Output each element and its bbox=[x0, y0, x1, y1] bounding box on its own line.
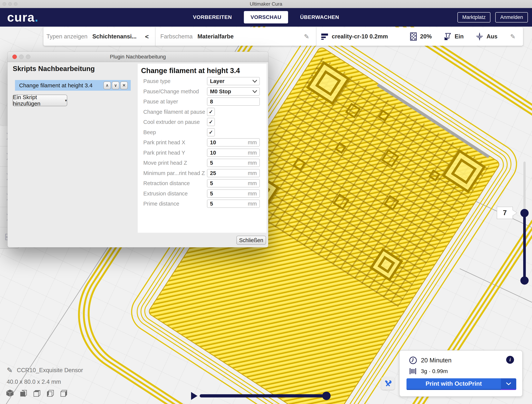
logo-dot: . bbox=[35, 10, 38, 24]
setting-value: 5 bbox=[210, 159, 213, 167]
setting-row: Pause typeLayer bbox=[138, 77, 266, 85]
setting-unit: mm bbox=[248, 169, 257, 177]
infill-value: 20% bbox=[420, 33, 432, 40]
setting-input[interactable]: 10mm bbox=[207, 149, 260, 157]
chevron-down-icon bbox=[506, 382, 511, 385]
view-toolbar: Typen anzeigen Schichtenansi... < Farbsc… bbox=[44, 27, 523, 46]
material-icon bbox=[409, 367, 417, 375]
move-script-down-button[interactable]: ∨ bbox=[112, 82, 119, 89]
setting-dropdown[interactable]: Layer bbox=[207, 77, 260, 85]
setting-input[interactable]: 5mm bbox=[207, 199, 260, 208]
setting-label: Retraction distance bbox=[143, 179, 190, 187]
qr-finder bbox=[306, 61, 350, 105]
play-icon[interactable] bbox=[191, 392, 197, 400]
layer-slider-track-upper[interactable] bbox=[523, 161, 526, 214]
edit-pencil-icon[interactable]: ✎ bbox=[304, 33, 310, 40]
view-front-icon[interactable] bbox=[19, 389, 28, 397]
move-script-up-button[interactable]: ∧ bbox=[103, 82, 111, 89]
check-icon: ✓ bbox=[209, 109, 213, 115]
setting-input[interactable]: 5mm bbox=[207, 179, 260, 187]
layer-slider-lower-handle[interactable] bbox=[520, 276, 529, 285]
setting-label: Pause/Change method bbox=[143, 87, 199, 96]
setting-checkbox[interactable]: ✓ bbox=[207, 108, 215, 116]
scripts-heading: Skripts Nachbearbeitung bbox=[13, 65, 95, 73]
edit-settings-pencil-icon[interactable]: ✎ bbox=[510, 33, 516, 40]
cura-logo: cura. bbox=[7, 9, 38, 25]
dialog-titlebar[interactable]: Plugin Nachbearbeitung bbox=[7, 52, 268, 62]
material-estimate: 3g · 0.99m bbox=[421, 368, 448, 374]
view-type-selector[interactable]: Typen anzeigen Schichtenansi... < bbox=[44, 27, 155, 46]
setting-value: 5 bbox=[210, 200, 213, 207]
window-title: Ultimaker Cura bbox=[0, 0, 532, 8]
setting-unit: mm bbox=[248, 149, 257, 156]
simulation-slider-track[interactable] bbox=[200, 394, 327, 398]
post-processing-dialog: Plugin Nachbearbeitung Skripts Nachbearb… bbox=[7, 52, 268, 247]
job-info: ✎ CCR10_Exquisite Densor 40.0 x 80.0 x 2… bbox=[7, 366, 83, 385]
support-value: Ein bbox=[455, 33, 464, 40]
layer-number: 7 bbox=[497, 207, 513, 219]
clock-icon bbox=[409, 356, 417, 365]
tab-vorbereiten[interactable]: VORBEREITEN bbox=[193, 14, 232, 20]
setting-checkbox[interactable]: ✓ bbox=[207, 118, 215, 126]
camera-view-buttons bbox=[6, 389, 68, 397]
setting-unit: mm bbox=[248, 200, 257, 207]
view-type-label: Typen anzeigen bbox=[46, 33, 88, 40]
setting-row: Move print head Z5mm bbox=[138, 159, 266, 167]
setting-input[interactable]: 25mm bbox=[207, 169, 260, 177]
print-button-group: Print with OctoPrint bbox=[406, 378, 516, 390]
setting-row: Cool extruder on pause✓ bbox=[138, 118, 266, 126]
cura-application: ✎ CCR10_Exquisite Densor 40.0 x 80.0 x 2… bbox=[0, 0, 532, 404]
signin-button[interactable]: Anmelden bbox=[495, 12, 528, 22]
setting-row: Retraction distance5mm bbox=[138, 179, 266, 187]
check-icon: ✓ bbox=[209, 119, 213, 125]
simulation-slider-handle[interactable] bbox=[322, 392, 331, 400]
setting-input[interactable]: 5mm bbox=[207, 159, 260, 167]
setting-row: Pause/Change methodM0 Stop bbox=[138, 87, 266, 96]
print-output-dropdown[interactable] bbox=[501, 378, 516, 390]
print-settings-summary[interactable]: creality-cr-10 0.2mm 20% Ein Aus ✎ bbox=[317, 27, 523, 46]
print-with-octoprint-button[interactable]: Print with OctoPrint bbox=[406, 378, 501, 390]
view-type-value[interactable]: Schichtenansi... bbox=[92, 33, 137, 40]
setting-row: Beep✓ bbox=[138, 128, 266, 136]
info-icon[interactable]: i bbox=[506, 356, 514, 364]
qr-finder bbox=[369, 248, 403, 282]
close-dialog-button[interactable]: Schließen bbox=[236, 236, 266, 245]
color-scheme-selector[interactable]: Farbschema Materialfarbe ✎ bbox=[155, 27, 316, 46]
setting-checkbox[interactable]: ✓ bbox=[207, 128, 215, 136]
script-settings-heading: Change filament at height 3.4 bbox=[141, 67, 266, 75]
tab-überwachen[interactable]: ÜBERWACHEN bbox=[300, 14, 339, 20]
layer-slider-upper-handle[interactable] bbox=[520, 209, 529, 217]
support-icon bbox=[444, 33, 451, 40]
print-settings-button[interactable] bbox=[381, 377, 395, 390]
setting-input[interactable]: 10mm bbox=[207, 138, 260, 147]
view-3d-icon[interactable] bbox=[6, 389, 14, 397]
color-scheme-value[interactable]: Materialfarbe bbox=[197, 33, 234, 40]
layer-number-bubble: 7 bbox=[497, 207, 517, 219]
app-header: cura. VORBEREITENVORSCHAUÜBERWACHEN Mark… bbox=[0, 8, 532, 27]
infill-icon bbox=[410, 32, 417, 41]
setting-dropdown[interactable]: M0 Stop bbox=[207, 87, 260, 96]
view-right-icon[interactable] bbox=[60, 389, 68, 397]
setting-value: 8 bbox=[210, 98, 213, 105]
setting-input[interactable]: 8 bbox=[207, 97, 260, 106]
view-left-icon[interactable] bbox=[46, 389, 55, 397]
script-settings-panel: Change filament at height 3.4 Pause type… bbox=[138, 64, 266, 233]
selected-script-row[interactable]: Change filament at height 3.4 ∧ ∨ ✕ bbox=[15, 80, 131, 91]
rename-job-icon[interactable]: ✎ bbox=[7, 366, 13, 374]
printer-profile: creality-cr-10 0.2mm bbox=[332, 33, 388, 40]
add-script-button[interactable]: Ein Skript hinzufügen ▾ bbox=[13, 95, 67, 106]
remove-script-button[interactable]: ✕ bbox=[120, 82, 128, 89]
tab-vorschau[interactable]: VORSCHAU bbox=[244, 11, 288, 23]
marketplace-button[interactable]: Marktplatz bbox=[457, 12, 491, 22]
chevron-down-icon bbox=[252, 90, 257, 94]
setting-value: M0 Stop bbox=[210, 88, 231, 95]
setting-label: Pause type bbox=[143, 77, 171, 85]
setting-unit: mm bbox=[248, 159, 257, 167]
collapse-icon[interactable]: < bbox=[145, 33, 149, 40]
layer-slider-track-lower[interactable] bbox=[523, 213, 526, 281]
setting-value: 5 bbox=[210, 180, 213, 187]
setting-input[interactable]: 5mm bbox=[207, 189, 260, 198]
view-top-icon[interactable] bbox=[33, 389, 41, 397]
setting-value: 10 bbox=[210, 149, 216, 156]
setting-label: Extrusion distance bbox=[143, 189, 188, 198]
